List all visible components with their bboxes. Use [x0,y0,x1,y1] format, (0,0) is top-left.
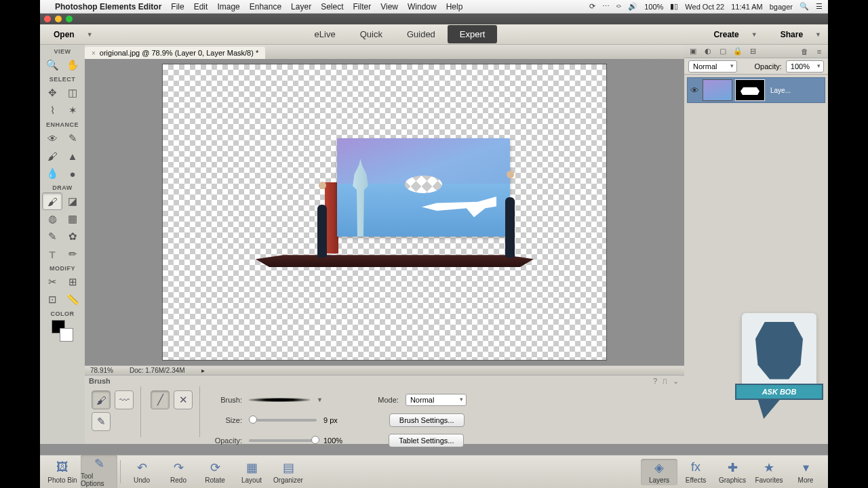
mode-quick[interactable]: Quick [348,25,395,43]
blend-mode-select[interactable]: Normal [406,394,467,406]
undo-button[interactable]: ↶Undo [123,459,160,485]
delete-layer-icon[interactable]: 🗑 [798,46,810,57]
layer-mask-thumbnail[interactable] [735,79,765,101]
background-color[interactable] [60,328,73,342]
create-menu-caret-icon[interactable]: ▼ [751,31,757,38]
menu-enhance[interactable]: Enhance [250,2,281,12]
crop-tool[interactable]: ✂ [42,273,62,291]
eyedropper-tool[interactable]: ✎ [42,228,62,245]
tablet-settings-button[interactable]: Tablet Settings... [389,434,464,447]
type-tool[interactable]: T [42,245,62,263]
brush-variant-normal[interactable]: 🖌 [92,390,111,409]
adjustment-layer-icon[interactable]: ◐ [702,46,714,57]
sponge-tool[interactable]: ● [62,165,83,182]
collapse-panel-icon[interactable]: ⌄ [673,377,679,386]
mode-elive[interactable]: eLive [302,25,348,43]
quick-select-tool[interactable]: ✶ [62,102,83,119]
ask-bob-widget[interactable]: ASK BOB [735,313,823,428]
favorites-button[interactable]: ★Favorites [751,459,787,485]
layers-button[interactable]: ◈Layers [641,459,677,485]
blur-tool[interactable]: 💧 [42,165,62,182]
spot-heal-tool[interactable]: ✎ [62,129,83,147]
straighten-tool[interactable]: 📏 [62,291,83,308]
notification-center-icon[interactable]: ☰ [816,2,823,11]
move-tool[interactable]: ✥ [42,84,62,102]
open-button[interactable]: Open [47,27,81,42]
share-menu-caret-icon[interactable]: ▼ [815,31,821,38]
opacity-slider[interactable] [249,439,317,442]
battery-icon[interactable]: ▮▯ [670,2,678,11]
minimize-window-icon[interactable] [55,16,62,22]
layer-opacity-value[interactable]: 100% [786,60,824,73]
layer-mask-icon[interactable]: ▢ [717,46,729,57]
brush-variant-color-replace[interactable]: ✎ [92,412,111,431]
menu-select[interactable]: Select [321,2,343,12]
redo-button[interactable]: ↷Redo [160,459,197,485]
menu-edit[interactable]: Edit [194,2,208,12]
content-aware-tool[interactable]: ⊡ [42,291,62,308]
redeye-tool[interactable]: 👁 [42,129,62,147]
organizer-button[interactable]: ▤Organizer [270,459,307,485]
panel-menu-icon[interactable]: ≡ [813,46,825,57]
menu-layer[interactable]: Layer [291,2,311,12]
size-value[interactable]: 9 px [323,416,338,424]
layer-name[interactable]: Laye... [770,87,791,94]
brush-preset-selector[interactable] [249,393,310,407]
gradient-tool[interactable]: ▦ [62,210,83,228]
zoom-window-icon[interactable] [66,16,73,22]
canvas[interactable] [163,64,606,360]
shape-tool[interactable]: ✿ [62,228,83,245]
graphics-button[interactable]: ✚Graphics [714,459,751,485]
opacity-value[interactable]: 100% [323,436,342,445]
brush-variant-impressionist[interactable]: 〰 [115,390,134,409]
layer-visibility-icon[interactable]: 👁 [689,85,700,96]
volume-icon[interactable]: 🔊 [628,2,637,11]
doc-info[interactable]: Doc: 1.76M/2.34M [130,367,185,374]
spotlight-icon[interactable]: 🔍 [800,2,809,11]
new-layer-icon[interactable]: ▣ [687,46,699,57]
create-button[interactable]: Create [707,27,745,42]
lock-layer-icon[interactable]: 🔒 [732,46,744,57]
size-slider[interactable] [249,419,317,422]
clone-stamp-tool[interactable]: ▲ [62,147,83,165]
link-layers-icon[interactable]: ⊟ [747,46,759,57]
more-button[interactable]: ▾More [787,459,824,485]
dots-icon[interactable]: ⋯ [602,2,610,11]
brush-dropdown-icon[interactable]: ▼ [317,396,323,403]
menu-file[interactable]: File [171,2,184,12]
layer-thumbnail[interactable] [703,79,732,101]
menu-filter[interactable]: Filter [353,2,372,12]
sync-icon[interactable]: ⟳ [589,2,595,11]
canvas-area[interactable] [85,59,684,365]
color-swatch[interactable] [50,320,75,342]
open-menu-caret-icon[interactable]: ▼ [87,31,93,38]
menu-help[interactable]: Help [446,2,463,12]
brush-tool[interactable]: 🖌 [42,192,62,210]
brush-tip-pencil[interactable]: ✕ [174,390,193,409]
layer-row[interactable]: 👁 Laye... [687,77,825,103]
mode-guided[interactable]: Guided [395,25,448,43]
photo-bin-button[interactable]: 🖼Photo Bin [44,459,81,485]
close-tab-icon[interactable]: × [92,49,96,57]
help-icon[interactable]: ? [653,377,657,386]
brush-tip-soft[interactable]: ╱ [151,390,170,409]
layer-blend-mode-select[interactable]: Normal [688,60,737,73]
close-window-icon[interactable] [44,16,51,22]
recompose-tool[interactable]: ⊞ [62,273,83,291]
paint-bucket-tool[interactable]: ◍ [42,210,62,228]
brush-settings-button[interactable]: Brush Settings... [389,413,465,427]
tool-options-button[interactable]: ✎Tool Options [81,455,117,488]
effects-button[interactable]: fxEffects [677,459,714,485]
document-tab[interactable]: × origional.jpg @ 78.9% (Layer 0, Layer … [85,47,265,59]
smart-brush-tool[interactable]: 🖌 [42,147,62,165]
zoom-tool[interactable]: 🔍 [42,56,62,74]
eraser-tool[interactable]: ◪ [62,192,83,210]
reset-icon[interactable]: ⎍ [663,377,667,386]
mode-expert[interactable]: Expert [448,25,498,43]
zoom-level[interactable]: 78.91% [90,367,113,374]
status-arrow-icon[interactable]: ▸ [201,367,205,374]
lasso-tool[interactable]: ⌇ [42,102,62,119]
layout-button[interactable]: ▦Layout [233,459,270,485]
pencil-tool[interactable]: ✏ [62,245,83,263]
menu-image[interactable]: Image [217,2,239,12]
